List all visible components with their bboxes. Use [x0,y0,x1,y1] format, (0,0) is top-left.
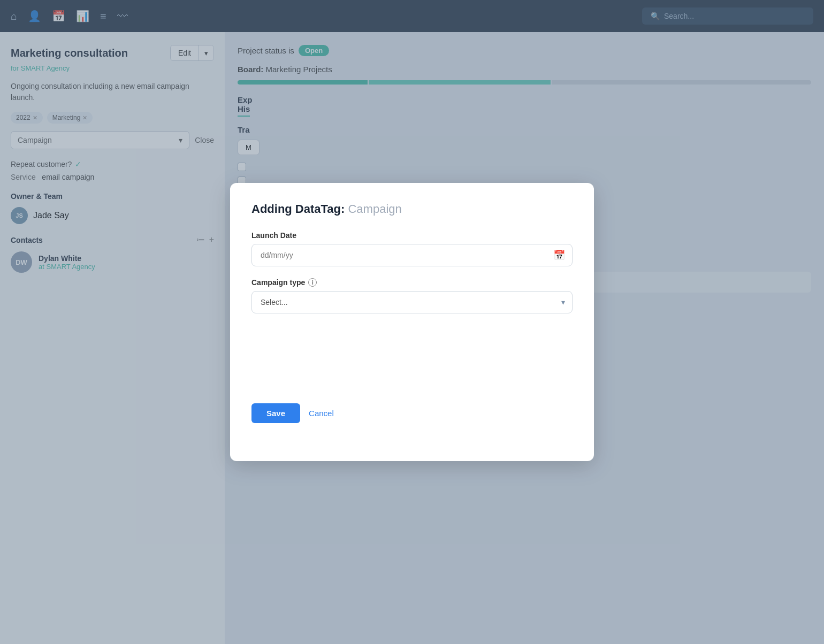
launch-date-input[interactable] [251,244,573,266]
modal-title-tag: Campaign [348,202,401,216]
campaign-type-select-wrapper: Select... Email Social Media PPC Content… [251,291,573,313]
info-icon[interactable]: i [308,278,317,287]
modal: Adding DataTag: Campaign Launch Date 📅 C… [230,183,594,461]
modal-title: Adding DataTag: Campaign [251,202,573,216]
cancel-button[interactable]: Cancel [309,409,334,418]
campaign-type-select[interactable]: Select... Email Social Media PPC Content [251,291,573,313]
modal-spacer [251,328,573,393]
campaign-type-label: Campaign type i [251,278,573,287]
launch-date-label: Launch Date [251,231,573,240]
calendar-picker-icon[interactable]: 📅 [553,249,565,261]
modal-overlay[interactable]: Adding DataTag: Campaign Launch Date 📅 C… [0,0,824,644]
date-input-wrapper: 📅 [251,244,573,266]
save-button[interactable]: Save [251,403,300,423]
modal-footer: Save Cancel [251,393,573,423]
